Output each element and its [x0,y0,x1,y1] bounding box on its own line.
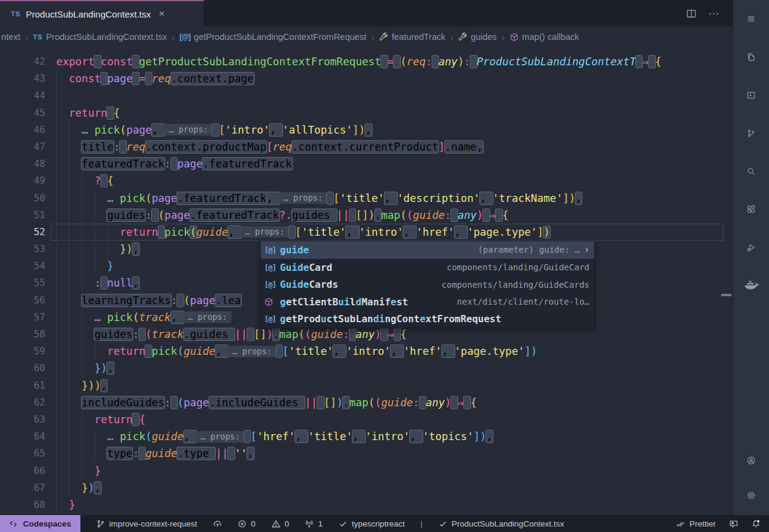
line-number[interactable]: 42 [0,53,45,70]
code-line[interactable]: 47title: req.context.productMap[req.cont… [0,138,733,155]
tab-product-sub-landing-context[interactable]: TS ProductSubLandingContext.tsx × [0,0,204,27]
status-check[interactable]: ProductSubLandingContext.tsx [438,519,564,528]
line-number[interactable]: 55 [0,274,45,291]
breadcrumb-item[interactable]: map() callback [510,32,579,42]
code-token: , [346,226,359,238]
code-token: : [445,209,452,221]
status-branch[interactable]: improve-context-request [96,519,198,528]
line-number[interactable]: 64 [0,428,45,445]
breadcrumb-item[interactable]: ntext [1,32,20,42]
code-line[interactable]: 60}), [0,360,733,377]
line-number[interactable]: 51 [0,207,45,224]
status-bar: Codespacesimprove-context-request001type… [0,515,769,532]
breadcrumb-item[interactable]: [@]getProductSubLandingContextFromReques… [180,32,366,42]
extensions-icon[interactable] [740,198,763,221]
line-number[interactable]: 44 [0,87,45,104]
code-line[interactable]: 44 [0,87,733,104]
breadcrumb-item[interactable]: TSProductSubLandingContext.tsx [33,32,167,42]
suggest-item[interactable]: getClientBuildManifestnext/dist/client/r… [261,293,594,311]
breadcrumb-item[interactable]: guides [458,32,497,42]
menu-icon[interactable] [740,7,763,30]
source-control-icon[interactable] [740,122,763,144]
settings-icon[interactable] [740,484,763,507]
code-line[interactable]: 61})), [0,377,733,394]
line-number[interactable]: 59 [0,343,45,360]
explorer-icon[interactable] [740,45,763,68]
suggest-item[interactable]: [@]GuideCardscomponents/landing/GuideCar… [261,276,594,293]
code-editor[interactable]: 42export const getProductSubLandingConte… [0,47,733,515]
code-token [470,56,477,68]
code-line[interactable]: 65type: guide.type || '', [0,445,733,462]
status-error[interactable]: 0 [238,519,256,528]
code-token: return [94,414,132,426]
line-number[interactable]: 46 [0,122,45,138]
status-warning[interactable]: 0 [271,519,290,528]
terminal-icon[interactable] [740,83,763,106]
status-cloud-upload[interactable] [213,519,222,528]
status-bell-dot[interactable] [751,519,761,528]
line-number[interactable]: 47 [0,138,45,155]
code-line[interactable]: 42export const getProductSubLandingConte… [0,53,733,70]
line-number[interactable]: 60 [0,360,45,377]
code-line[interactable]: 58guides: (track.guides || []).map((guid… [0,326,733,343]
status-feedback[interactable] [729,519,738,528]
at-icon: [@] [264,263,280,272]
suggest-item[interactable]: [@]getProductSubLandingContextFromReques… [261,311,594,328]
line-number[interactable]: 68 [0,496,45,513]
code-token: , [442,345,455,357]
code-line[interactable]: 68} [0,496,733,513]
line-number[interactable]: 45 [0,105,45,122]
line-number[interactable]: 57 [0,309,45,326]
suggest-item[interactable]: [@]guide(parameter) guide: …› [261,241,594,259]
status-remote[interactable]: Codespaces [0,515,80,532]
line-number[interactable]: 56 [0,292,45,309]
line-number[interactable]: 49 [0,172,45,189]
code-token: featuredTrack [82,158,164,170]
line-number[interactable]: 48 [0,155,45,172]
code-line[interactable]: 67}), [0,479,733,496]
code-line[interactable]: 52return pick(guide, … props: ['title', … [0,224,733,241]
split-editor-icon[interactable] [686,8,696,19]
docker-icon[interactable] [740,274,763,297]
code-text: } [56,258,114,274]
account-icon[interactable] [740,449,763,472]
line-number[interactable]: 43 [0,70,45,87]
code-token: const [101,56,133,68]
code-line[interactable]: 63return { [0,411,733,428]
line-number[interactable]: 66 [0,462,45,479]
code-line[interactable]: 64… pick(guide, … props: ['href', 'title… [0,428,733,445]
code-line[interactable]: 62includeGuides: (page.includeGuides || … [0,394,733,411]
line-number[interactable]: 50 [0,190,45,207]
code-line[interactable]: 46… pick(page, … props: ['intro', 'allTo… [0,122,733,138]
line-number[interactable]: 52 [0,224,45,241]
line-number[interactable]: 58 [0,326,45,343]
line-number[interactable]: 61 [0,377,45,394]
line-number[interactable]: 62 [0,394,45,411]
line-number[interactable]: 65 [0,445,45,462]
code-token [146,73,152,85]
more-actions-icon[interactable]: ⋯ [709,7,719,20]
status-double-check[interactable]: Prettier [676,519,716,528]
suggest-item[interactable]: [@]GuideCardcomponents/landing/GuideCard [261,259,594,276]
code-token: ( [132,311,139,323]
code-line[interactable]: 66} [0,462,733,479]
code-line[interactable]: 45return { [0,105,733,122]
run-debug-icon[interactable] [740,236,763,259]
line-number[interactable]: 53 [0,241,45,258]
search-icon[interactable] [740,160,763,183]
line-number[interactable]: 67 [0,479,45,496]
close-tab-icon[interactable]: × [159,8,165,20]
code-line[interactable]: 59return pick(guide, … props: ['title', … [0,343,733,360]
code-line[interactable]: 51guides: (page.featuredTrack?.guides ||… [0,207,733,224]
code-token: , [107,362,114,374]
line-number[interactable]: 54 [0,258,45,274]
code-line[interactable]: 49? { [0,172,733,189]
line-number[interactable]: 63 [0,411,45,428]
breadcrumb-item[interactable]: featuredTrack [379,32,446,42]
code-line[interactable]: 48featuredTrack: page.featuredTrack [0,155,733,172]
code-line[interactable]: 43const page = req.context.page [0,70,733,87]
status-broadcast[interactable]: 1 [305,519,323,528]
status-check[interactable]: typescriptreact [339,519,405,528]
code-line[interactable]: 50… pick(page.featuredTrack, … props: ['… [0,190,733,207]
suggest-expand-icon[interactable]: › [584,244,589,255]
